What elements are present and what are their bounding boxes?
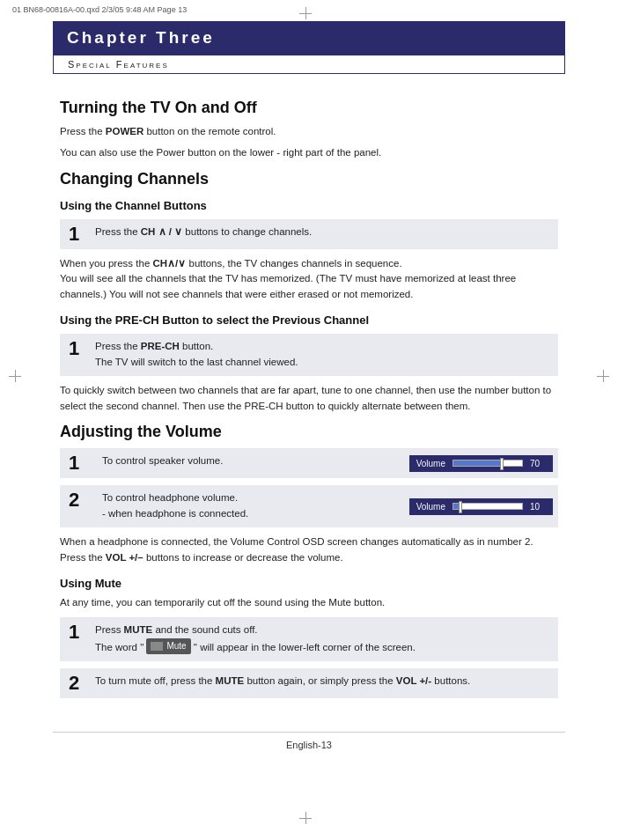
- mute-intro: At any time, you can temporarily cut off…: [60, 595, 558, 611]
- volume-step2-box: 2 To control headphone volume.- when hea…: [60, 485, 558, 527]
- volume-label-2: Volume: [416, 502, 445, 512]
- mute-step1-box: 1 Press MUTE and the sound cuts off. The…: [60, 617, 558, 660]
- vol2-bold: VOL +/-: [396, 675, 431, 686]
- volume-number-1: 70: [530, 459, 546, 468]
- file-info: 01 BN68-00816A-00.qxd 2/3/05 9:48 AM Pag…: [12, 5, 187, 14]
- mute-step2-box: 2 To turn mute off, press the MUTE butto…: [60, 668, 558, 698]
- left-crosshair: [9, 370, 21, 382]
- top-crosshair: [299, 7, 312, 19]
- footer: English-13: [53, 732, 565, 759]
- turning-tv-body2: You can also use the Power button on the…: [60, 145, 558, 161]
- chapter-title: Chapter Three: [53, 21, 565, 55]
- volume-step1-display: Volume 70: [404, 448, 558, 478]
- using-channel-buttons-title: Using the Channel Buttons: [60, 199, 558, 212]
- volume-fill-1: [453, 461, 502, 466]
- prech-body: To quickly switch between two channels t…: [60, 383, 558, 415]
- right-crosshair: [597, 370, 609, 382]
- channel-step1-num: 1: [69, 225, 88, 244]
- chapter-subtitle: Special Features: [53, 55, 565, 74]
- prech-step1-num: 1: [69, 339, 88, 358]
- vol-bold: VOL +/–: [106, 552, 143, 563]
- adjusting-volume-title: Adjusting the Volume: [60, 423, 558, 441]
- channel-step1-box: 1 Press the CH ∧ / ∨ buttons to change c…: [60, 219, 558, 249]
- ch2-bold: CH∧/∨: [152, 258, 186, 269]
- mute-icon-box: [151, 642, 163, 651]
- using-mute-title: Using Mute: [60, 577, 558, 590]
- mute-step2-num: 2: [69, 674, 88, 693]
- mute-badge: Mute: [146, 638, 190, 654]
- bottom-crosshair: [299, 812, 312, 824]
- footer-text: English-13: [286, 740, 332, 750]
- power-bold: POWER: [106, 126, 143, 136]
- volume-step2-left: 2 To control headphone volume.- when hea…: [60, 485, 404, 527]
- prech-bold: PRE-CH: [141, 341, 180, 351]
- volume-number-2: 10: [530, 502, 546, 512]
- volume-handle-1: [500, 458, 504, 470]
- mute-bold: MUTE: [124, 624, 153, 635]
- volume-step2-display: Volume 10: [404, 485, 558, 527]
- volume-display-1: Volume 70: [409, 455, 553, 472]
- changing-channels-title: Changing Channels: [60, 170, 558, 188]
- volume-step2-text: To control headphone volume.- when headp…: [102, 490, 395, 522]
- volume-display-2: Volume 10: [409, 498, 553, 515]
- volume-step2-num: 2: [69, 490, 88, 510]
- mute-badge-text: Mute: [166, 639, 186, 653]
- mute-step1-text: Press MUTE and the sound cuts off. The w…: [95, 623, 549, 655]
- volume-bar-2: [452, 503, 523, 510]
- volume-handle-2: [459, 501, 462, 513]
- volume-step1-text: To control speaker volume.: [102, 453, 395, 469]
- volume-step1-left: 1 To control speaker volume.: [60, 448, 404, 478]
- mute-step1-num: 1: [69, 623, 88, 642]
- volume-bar-1: [452, 460, 523, 467]
- turning-tv-title: Turning the TV On and Off: [60, 99, 558, 117]
- ch-bold: CH ∧ / ∨: [141, 226, 182, 237]
- main-content: Turning the TV On and Off Press the POWE…: [0, 74, 618, 723]
- pre-ch-title: Using the PRE-CH Button to select the Pr…: [60, 313, 558, 327]
- volume-step1-num: 1: [69, 453, 88, 473]
- mute-step2-text: To turn mute off, press the MUTE button …: [95, 674, 549, 689]
- volume-body: When a headphone is connected, the Volum…: [60, 534, 558, 566]
- channel-step1-text: Press the CH ∧ / ∨ buttons to change cha…: [95, 225, 549, 240]
- turning-tv-body1: Press the POWER button on the remote con…: [60, 124, 558, 140]
- volume-step1-box: 1 To control speaker volume. Volume 70: [60, 448, 558, 478]
- prech-step1-box: 1 Press the PRE-CH button. The TV will s…: [60, 334, 558, 376]
- mute2-bold: MUTE: [216, 675, 245, 686]
- channel-body1: When you press the CH∧/∨ buttons, the TV…: [60, 256, 558, 303]
- prech-step1-text: Press the PRE-CH button. The TV will swi…: [95, 339, 549, 371]
- volume-label-1: Volume: [416, 459, 445, 468]
